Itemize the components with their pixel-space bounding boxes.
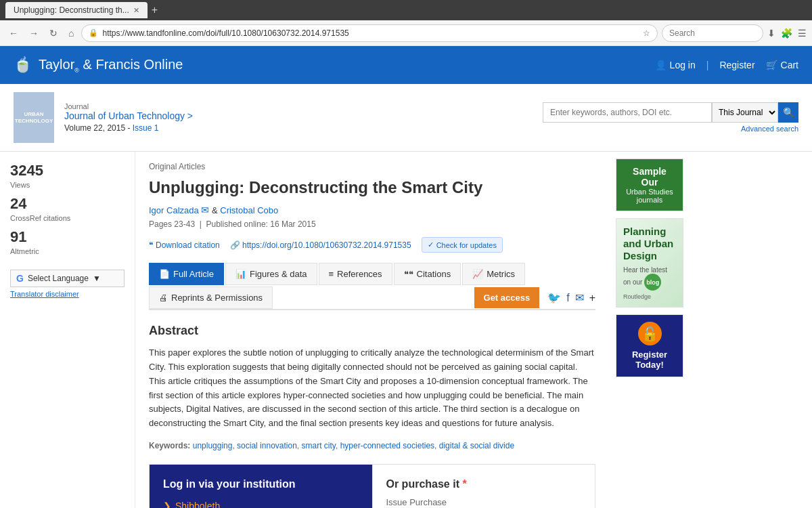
- print-icon: 🖨: [159, 293, 168, 303]
- new-tab-icon[interactable]: +: [152, 4, 158, 16]
- tab-references[interactable]: ≡ References: [319, 263, 392, 285]
- facebook-icon[interactable]: f: [566, 292, 569, 304]
- logo-area: 🍵 Taylor® & Francis Online: [14, 56, 183, 74]
- purchase-title: Or purchase it *: [386, 478, 582, 490]
- tab-figures-data[interactable]: 📊 Figures & data: [225, 263, 317, 285]
- user-icon: 👤: [655, 60, 667, 70]
- ad-sample-journals[interactable]: Sample Our Urban Studies journals: [616, 158, 683, 211]
- chart-icon: 📊: [235, 269, 246, 279]
- document-icon: 📄: [159, 269, 170, 279]
- journal-info: Journal Journal of Urban Technology > Vo…: [64, 102, 533, 133]
- journal-search-button[interactable]: 🔍: [778, 102, 798, 123]
- browser-tab[interactable]: Unplugging: Deconstructing th... ✕: [5, 2, 148, 18]
- blog-badge: blog: [644, 274, 661, 291]
- journal-title-link[interactable]: Journal of Urban Technology >: [64, 110, 193, 121]
- keyword-hyper-connected[interactable]: hyper-connected societies: [340, 441, 434, 450]
- issue-purchase-label: Issue Purchase: [386, 497, 582, 507]
- author1-link[interactable]: Igor Calzada: [149, 205, 201, 215]
- purchase-box: Or purchase it * Issue Purchase Add to c…: [372, 465, 595, 508]
- abstract-text: This paper explores the subtle notion of…: [149, 346, 595, 431]
- close-icon[interactable]: ✕: [133, 6, 139, 15]
- twitter-icon[interactable]: 🐦: [547, 291, 561, 304]
- tab-full-article[interactable]: 📄 Full Article: [149, 263, 224, 285]
- doi-link[interactable]: 🔗 https://doi.org/10.1080/10630732.2014.…: [230, 240, 411, 250]
- chevron-right-icon: ❯: [163, 501, 171, 508]
- ad-hear-text: Hear the latest on our blog: [623, 266, 676, 291]
- more-share-icon[interactable]: +: [589, 292, 595, 304]
- ads-column: Sample Our Urban Studies journals Planni…: [609, 152, 690, 508]
- sidebar: 3245 Views 24 CrossRef citations 91 Altm…: [0, 152, 135, 508]
- ad-sample-text: Sample Our: [623, 166, 676, 188]
- email-share-icon[interactable]: ✉: [575, 291, 584, 304]
- download-citation-link[interactable]: ❝ Download citation: [149, 240, 220, 250]
- keyword-social-innovation[interactable]: social innovation: [237, 441, 297, 450]
- article-meta: Pages 23-43 | Published online: 16 Mar 2…: [149, 219, 595, 229]
- journal-cover: URBANTECHNOLOGY: [14, 92, 54, 143]
- address-url: https://www.tandfonline.com/doi/full/10.…: [102, 28, 639, 38]
- keyword-digital-divide[interactable]: digital & social divide: [439, 441, 514, 450]
- browser-action-icons: ⬇ 🧩 ☰: [767, 28, 807, 39]
- logo-text: Taylor® & Francis Online: [39, 57, 183, 72]
- google-g-icon: G: [16, 273, 24, 284]
- advanced-search-link[interactable]: Advanced search: [543, 125, 798, 133]
- login-link[interactable]: 👤 Log in: [655, 60, 696, 70]
- main-layout: 3245 Views 24 CrossRef citations 91 Altm…: [0, 152, 812, 508]
- issue-link[interactable]: Issue 1: [133, 123, 159, 133]
- register-link[interactable]: Register: [719, 60, 754, 70]
- keywords-label: Keywords:: [149, 441, 190, 450]
- ad-open-access[interactable]: 🔓 Register Today!: [616, 314, 683, 377]
- required-star: *: [462, 478, 466, 490]
- logo-icon: 🍵: [14, 56, 32, 74]
- doi-icon: 🔗: [230, 240, 240, 250]
- author2-link[interactable]: Cristobal Cobo: [220, 205, 278, 215]
- check-updates-btn[interactable]: ✓ Check for updates: [422, 237, 503, 253]
- ad-planning-design[interactable]: Planning and Urban Design Hear the lates…: [616, 218, 683, 308]
- views-label: Views: [10, 181, 30, 189]
- cart-link[interactable]: 🛒 Cart: [766, 60, 798, 70]
- altmetric-count: 91: [10, 228, 125, 246]
- views-stat: 3245 Views: [10, 162, 125, 190]
- download-icon[interactable]: ⬇: [767, 28, 775, 39]
- address-bar[interactable]: 🔒 https://www.tandfonline.com/doi/full/1…: [81, 24, 658, 42]
- browser-nav: ← → ↻ ⌂ 🔒 https://www.tandfonline.com/do…: [0, 20, 812, 46]
- keyword-unplugging[interactable]: unplugging: [193, 441, 233, 450]
- forward-button[interactable]: →: [26, 26, 42, 41]
- article-title: Unplugging: Deconstructing the Smart Cit…: [149, 177, 595, 198]
- today-text: Today!: [623, 360, 676, 370]
- site-header: 🍵 Taylor® & Francis Online 👤 Log in | Re…: [0, 46, 812, 84]
- tab-title: Unplugging: Deconstructing th...: [14, 5, 129, 15]
- shibboleth-link[interactable]: ❯ Shibboleth: [163, 501, 359, 508]
- journal-search-input[interactable]: [543, 102, 712, 123]
- home-button[interactable]: ⌂: [65, 26, 77, 41]
- google-translate: G Select Language ▼ Translator disclaime…: [10, 270, 125, 298]
- bookmark-icon[interactable]: ☆: [643, 28, 650, 38]
- article-tabs: 📄 Full Article 📊 Figures & data ≡ Refere…: [149, 263, 595, 310]
- abstract-title: Abstract: [149, 324, 595, 338]
- quote-icon: ❝: [149, 240, 153, 250]
- keywords-section: Keywords: unplugging, social innovation,…: [149, 441, 595, 450]
- journal-search-scope[interactable]: This Journal: [712, 102, 778, 123]
- translate-button[interactable]: G Select Language ▼: [10, 270, 125, 287]
- extension-icon[interactable]: 🧩: [781, 28, 792, 39]
- keyword-smart-city[interactable]: smart city: [302, 441, 336, 450]
- menu-icon[interactable]: ☰: [798, 28, 807, 39]
- routledge-brand: Routledge: [623, 293, 676, 300]
- tab-reprints[interactable]: 🖨 Reprints & Permissions: [149, 287, 273, 309]
- translator-disclaimer[interactable]: Translator disclaimer: [10, 290, 125, 298]
- search-input[interactable]: [662, 24, 763, 42]
- journal-volume: Volume 22, 2015 - Issue 1: [64, 123, 533, 133]
- get-access-button[interactable]: Get access: [474, 287, 540, 308]
- list-icon: ≡: [329, 269, 334, 279]
- tab-metrics[interactable]: 📈 Metrics: [462, 263, 525, 285]
- crossref-stat: 24 CrossRef citations: [10, 195, 125, 223]
- login-title: Log in via your institution: [163, 478, 359, 490]
- cart-icon: 🛒: [766, 60, 777, 70]
- quote-tab-icon: ❝❝: [404, 269, 413, 279]
- journal-label: Journal: [64, 102, 533, 110]
- back-button[interactable]: ←: [5, 26, 22, 41]
- tab-citations[interactable]: ❝❝ Citations: [394, 263, 461, 285]
- ad-urban-text: Urban Studies journals: [623, 188, 676, 204]
- refresh-button[interactable]: ↻: [46, 26, 61, 41]
- author-email-icon[interactable]: ✉: [201, 205, 209, 215]
- main-content: Original Articles Unplugging: Deconstruc…: [135, 152, 609, 508]
